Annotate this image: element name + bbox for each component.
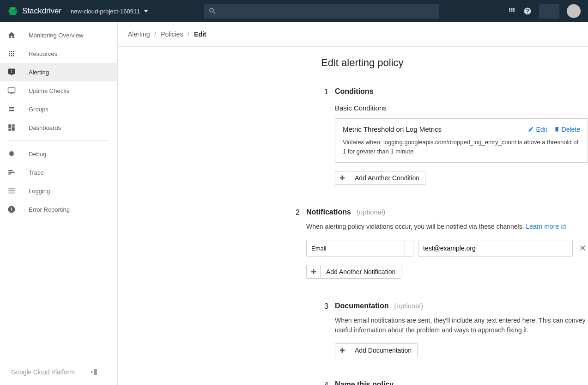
header-placeholder[interactable]	[539, 4, 559, 18]
header-actions	[508, 4, 581, 18]
help-icon[interactable]	[523, 7, 532, 15]
caret-down-icon	[144, 10, 148, 12]
user-avatar[interactable]	[567, 4, 581, 18]
stackdriver-logo-icon	[7, 6, 18, 17]
brand-text: Stackdriver	[22, 6, 61, 16]
project-name: new-cloud-project-160911	[71, 8, 140, 15]
project-selector[interactable]: new-cloud-project-160911	[71, 8, 148, 15]
bento-icon[interactable]	[508, 7, 516, 15]
app-header: Stackdriver new-cloud-project-160911	[0, 0, 588, 22]
brand[interactable]: Stackdriver	[7, 6, 61, 17]
search-icon	[208, 7, 217, 15]
search-input[interactable]	[204, 4, 439, 18]
